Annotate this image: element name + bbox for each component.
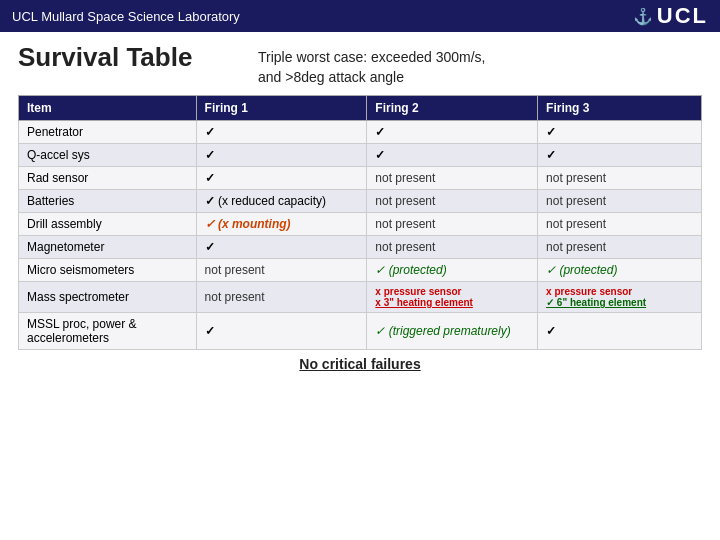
- f3-cell: not present: [538, 236, 702, 259]
- col-header-firing3: Firing 3: [538, 96, 702, 121]
- f3-cell: not present: [538, 167, 702, 190]
- f2-cell: x pressure sensor x 3" heating element: [367, 282, 538, 313]
- survival-title: Survival Table: [18, 42, 218, 73]
- table-row: Mass spectrometer not present x pressure…: [19, 282, 702, 313]
- f2-cell: ✓ (protected): [367, 259, 538, 282]
- f2-cell: ✓ (triggered prematurely): [367, 313, 538, 350]
- f2-cell: not present: [367, 167, 538, 190]
- f2-cell: ✓: [367, 144, 538, 167]
- f2-line1: x pressure sensor: [375, 286, 529, 297]
- col-header-firing2: Firing 2: [367, 96, 538, 121]
- f3-cell: ✓: [538, 144, 702, 167]
- f2-cell: not present: [367, 236, 538, 259]
- f3-line1: x pressure sensor: [546, 286, 693, 297]
- item-cell: MSSL proc, power & accelerometers: [19, 313, 197, 350]
- col-header-item: Item: [19, 96, 197, 121]
- item-cell: Mass spectrometer: [19, 282, 197, 313]
- table-row: Q-accel sys ✓ ✓ ✓: [19, 144, 702, 167]
- f1-cell: ✓ (x mounting): [196, 213, 367, 236]
- table-row: Drill assembly ✓ (x mounting) not presen…: [19, 213, 702, 236]
- f2-line2: x 3" heating element: [375, 297, 529, 308]
- f1-cell: ✓ (x reduced capacity): [196, 190, 367, 213]
- col-header-firing1: Firing 1: [196, 96, 367, 121]
- footer-note: No critical failures: [18, 356, 702, 372]
- f1-cell: not present: [196, 259, 367, 282]
- f3-cell: not present: [538, 190, 702, 213]
- table-row: Penetrator ✓ ✓ ✓: [19, 121, 702, 144]
- f3-cell: not present: [538, 213, 702, 236]
- page-header: UCL Mullard Space Science Laboratory ⚓ U…: [0, 0, 720, 32]
- item-cell: Magnetometer: [19, 236, 197, 259]
- main-content: Survival Table Triple worst case: exceed…: [0, 32, 720, 380]
- f1-cell: ✓: [196, 167, 367, 190]
- table-row: Rad sensor ✓ not present not present: [19, 167, 702, 190]
- table-row: Magnetometer ✓ not present not present: [19, 236, 702, 259]
- subtitle: Triple worst case: exceeded 300m/s, and …: [258, 42, 485, 87]
- f1-cell: ✓: [196, 121, 367, 144]
- anchor-icon: ⚓: [633, 7, 653, 26]
- f2-cell: not present: [367, 213, 538, 236]
- header-title: UCL Mullard Space Science Laboratory: [12, 9, 240, 24]
- f1-cell: ✓: [196, 236, 367, 259]
- survival-table: Item Firing 1 Firing 2 Firing 3 Penetrat…: [18, 95, 702, 350]
- f1-cell: not present: [196, 282, 367, 313]
- table-header-row: Item Firing 1 Firing 2 Firing 3: [19, 96, 702, 121]
- table-row: MSSL proc, power & accelerometers ✓ ✓ (t…: [19, 313, 702, 350]
- table-row: Batteries ✓ (x reduced capacity) not pre…: [19, 190, 702, 213]
- f2-cell: not present: [367, 190, 538, 213]
- f1-cell: ✓: [196, 144, 367, 167]
- item-cell: Micro seismometers: [19, 259, 197, 282]
- item-cell: Penetrator: [19, 121, 197, 144]
- subtitle-line1: Triple worst case: exceeded 300m/s,: [258, 49, 485, 65]
- f3-cell: ✓ (protected): [538, 259, 702, 282]
- f1-cell: ✓: [196, 313, 367, 350]
- table-row: Micro seismometers not present ✓ (protec…: [19, 259, 702, 282]
- item-cell: Rad sensor: [19, 167, 197, 190]
- item-cell: Drill assembly: [19, 213, 197, 236]
- ucl-logo-text: UCL: [657, 3, 708, 29]
- f3-cell: ✓: [538, 313, 702, 350]
- f3-cell: x pressure sensor ✓ 6" heating element: [538, 282, 702, 313]
- top-section: Survival Table Triple worst case: exceed…: [18, 42, 702, 87]
- f3-cell: ✓: [538, 121, 702, 144]
- item-cell: Batteries: [19, 190, 197, 213]
- f2-cell: ✓: [367, 121, 538, 144]
- f3-line2: ✓ 6" heating element: [546, 297, 693, 308]
- ucl-logo: ⚓ UCL: [633, 3, 708, 29]
- subtitle-line2: and >8deg attack angle: [258, 69, 404, 85]
- table-body: Penetrator ✓ ✓ ✓ Q-accel sys ✓ ✓ ✓ Rad s…: [19, 121, 702, 350]
- item-cell: Q-accel sys: [19, 144, 197, 167]
